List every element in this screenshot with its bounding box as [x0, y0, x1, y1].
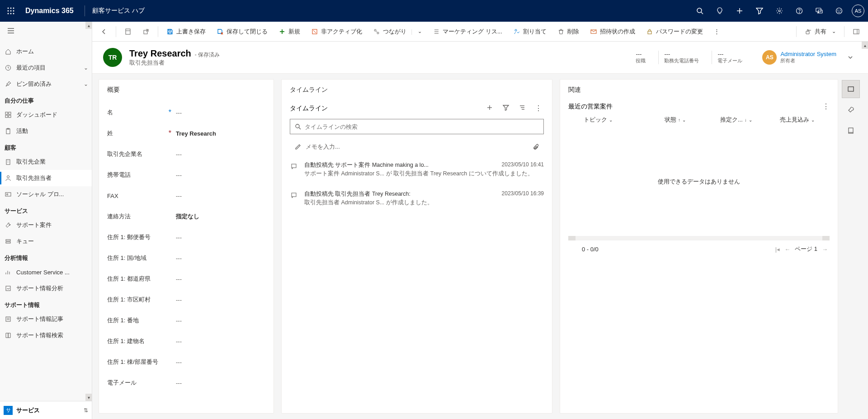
- svg-point-0: [8, 8, 9, 9]
- search-icon: [295, 123, 301, 130]
- related-hscroll[interactable]: [568, 236, 830, 240]
- deactivate-button[interactable]: 非アクティブ化: [307, 24, 367, 39]
- page-first[interactable]: |◂: [775, 246, 780, 253]
- nav-activities[interactable]: 活動: [0, 123, 92, 139]
- field-city[interactable]: 住所 1: 市区町村---: [107, 289, 265, 310]
- share-button[interactable]: 共有⌄: [800, 24, 840, 39]
- sidebar-scroll-up[interactable]: ▴: [85, 22, 92, 29]
- timeline-item[interactable]: 自動投稿先 サポート案件 Machine making a lo...2023/…: [290, 155, 544, 184]
- invite-button[interactable]: 招待状の作成: [585, 24, 640, 39]
- field-mobile[interactable]: 携帯電話---: [107, 165, 265, 185]
- attach-icon[interactable]: [533, 144, 539, 150]
- more-commands[interactable]: ⋮: [709, 24, 725, 39]
- nav-contacts[interactable]: 取引先担当者: [0, 170, 92, 186]
- smile-icon[interactable]: [830, 2, 848, 20]
- field-country[interactable]: 住所 1: 国/地域---: [107, 248, 265, 268]
- back-button[interactable]: [96, 24, 112, 39]
- timeline-sort[interactable]: [517, 102, 528, 114]
- nav-accounts[interactable]: 取引先企業: [0, 154, 92, 170]
- assign-button[interactable]: 割り当て: [509, 24, 551, 39]
- add-icon[interactable]: [731, 2, 749, 20]
- header-expand[interactable]: [844, 54, 857, 61]
- field-street2[interactable]: 住所 1: 建物名---: [107, 331, 265, 352]
- summary-title: 概要: [107, 86, 265, 94]
- save-button[interactable]: 上書き保存: [162, 24, 210, 39]
- field-firstname[interactable]: 名*---: [107, 102, 265, 123]
- nav-case-insights[interactable]: サポート情報分析: [0, 280, 92, 297]
- search-icon[interactable]: [691, 2, 709, 20]
- lightbulb-icon[interactable]: [711, 2, 729, 20]
- nav-kb-search[interactable]: サポート情報検索: [0, 327, 92, 344]
- col-topic[interactable]: トピック⌄: [570, 116, 645, 124]
- user-avatar[interactable]: AS: [852, 5, 864, 17]
- save-status: - 保存済み: [195, 51, 220, 59]
- settings-icon[interactable]: [770, 2, 788, 20]
- col-status[interactable]: 状態↑⌄: [645, 116, 706, 124]
- new-button[interactable]: 新規: [274, 24, 305, 39]
- timeline-item[interactable]: 自動投稿先 取引先担当者 Trey Research:2023/05/10 16…: [290, 184, 544, 213]
- rail-assistant[interactable]: [842, 101, 860, 119]
- page-prev[interactable]: ←: [784, 246, 790, 253]
- app-launcher[interactable]: [4, 4, 18, 18]
- col-estclose[interactable]: 推定ク...↓⌄: [706, 116, 767, 124]
- timeline-note-input[interactable]: メモを入力...: [290, 139, 544, 155]
- open-record-set-button[interactable]: [120, 24, 136, 39]
- timeline-search[interactable]: [290, 119, 544, 134]
- timeline-search-input[interactable]: [305, 123, 539, 130]
- popout-button[interactable]: [138, 24, 154, 39]
- nav-kb-articles[interactable]: サポート情報記事: [0, 311, 92, 327]
- list-icon: [433, 28, 440, 35]
- field-street3[interactable]: 住所 1: 棟/部屋番号---: [107, 352, 265, 372]
- timeline-filter[interactable]: [500, 102, 511, 114]
- filter-icon[interactable]: [750, 2, 769, 20]
- field-preferred-contact[interactable]: 連絡方法指定なし: [107, 206, 265, 227]
- related-panel: 関連 最近の営業案件 ⋮ トピック⌄ 状態↑⌄ 推定ク...↓⌄ 売上見込み⌄ …: [560, 79, 838, 414]
- sidebar-area-switcher[interactable]: サ サービス ⇅: [0, 401, 92, 419]
- nav-queues[interactable]: キュー: [0, 233, 92, 250]
- nav-home[interactable]: ホーム: [0, 43, 92, 60]
- connect-button[interactable]: つながり|⌄: [368, 24, 426, 39]
- header-field-email[interactable]: ---電子メール: [712, 51, 748, 64]
- col-estrev[interactable]: 売上見込み⌄: [767, 116, 828, 124]
- field-lastname[interactable]: 姓*Trey Research: [107, 123, 265, 144]
- svg-rect-32: [6, 160, 10, 165]
- svg-point-76: [296, 124, 299, 128]
- rail-related[interactable]: [842, 80, 860, 98]
- field-fax[interactable]: FAX---: [107, 185, 265, 206]
- hamburger-menu[interactable]: [0, 22, 92, 40]
- nav-cases[interactable]: サポート案件: [0, 217, 92, 233]
- header-field-jobtitle[interactable]: ---役職: [630, 51, 651, 64]
- password-button[interactable]: パスワードの変更: [642, 24, 708, 39]
- save-close-button[interactable]: 保存して閉じる: [212, 24, 272, 39]
- header-field-owner[interactable]: AS Administrator System 所有者: [755, 50, 836, 65]
- sidebar-scroll-down[interactable]: ▾: [85, 394, 92, 401]
- field-company[interactable]: 取引先企業名---: [107, 144, 265, 165]
- field-email[interactable]: 電子メール---: [107, 372, 265, 393]
- svg-line-60: [376, 31, 377, 32]
- card-icon: [5, 191, 12, 198]
- field-street1[interactable]: 住所 1: 番地---: [107, 310, 265, 331]
- marketing-button[interactable]: マーケティング リス...: [428, 24, 506, 39]
- field-state[interactable]: 住所 1: 都道府県---: [107, 268, 265, 289]
- help-icon[interactable]: [790, 2, 808, 20]
- related-more[interactable]: ⋮: [822, 102, 830, 111]
- timeline-add[interactable]: [484, 102, 495, 114]
- lock-icon: [646, 28, 653, 35]
- page-next[interactable]: →: [822, 246, 828, 253]
- deactivate-icon: [311, 28, 318, 35]
- field-zip[interactable]: 住所 1: 郵便番号---: [107, 227, 265, 248]
- main-scroll-up[interactable]: ▴: [862, 42, 868, 49]
- rail-knowledge[interactable]: [842, 122, 860, 140]
- nav-dashboards[interactable]: ダッシュボード: [0, 107, 92, 123]
- header-field-phone[interactable]: ---勤務先電話番号: [658, 51, 704, 64]
- brand[interactable]: Dynamics 365: [22, 7, 77, 15]
- delete-button[interactable]: 削除: [553, 24, 584, 39]
- chat-icon[interactable]: [810, 2, 828, 20]
- section-service: サービス: [0, 202, 92, 217]
- timeline-more[interactable]: ⋮: [533, 102, 544, 114]
- nav-pinned[interactable]: ピン留め済み⌄: [0, 76, 92, 92]
- nav-social[interactable]: ソーシャル プロ...: [0, 186, 92, 202]
- nav-cs-insights[interactable]: Customer Service ...: [0, 264, 92, 280]
- sidepane-toggle[interactable]: [848, 24, 864, 39]
- nav-recent[interactable]: 最近の項目⌄: [0, 60, 92, 76]
